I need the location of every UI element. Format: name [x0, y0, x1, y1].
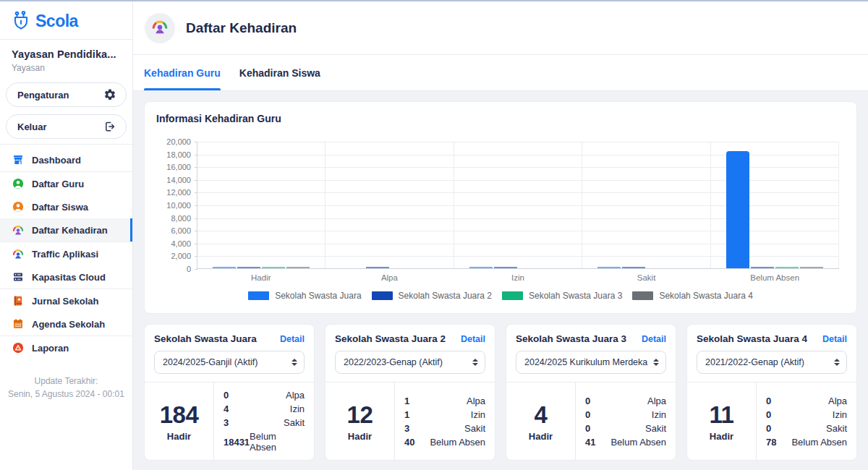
period-select[interactable]: 2024/2025 Kurikulum Merdeka (	[516, 351, 666, 374]
updown-arrows-icon	[834, 359, 840, 366]
period-select[interactable]: 2022/2023-Genap (Aktif)	[335, 351, 485, 374]
school-card-title: Sekolah Swasta Juara 2	[335, 333, 446, 344]
chart-area: HadirAlpaIzinSakitBelum Absen Sekolah Sw…	[156, 129, 845, 302]
legend-item: Sekolah Swasta Juara 2	[372, 291, 492, 301]
app-window: Scola Yayasan Pendidika... Yayasan Penga…	[0, 0, 868, 470]
settings-button[interactable]: Pengaturan	[6, 82, 127, 107]
chart-y-tick-label: 2,000	[156, 252, 191, 260]
sidebar-item-traffic-aplikasi[interactable]: Traffic Aplikasi	[0, 242, 132, 265]
tab-kehadiran-siswa[interactable]: Kehadiran Siswa	[239, 55, 320, 90]
tab-bar: Kehadiran Guru Kehadiran Siswa	[133, 55, 868, 91]
sidebar-item-daftar-kehadiran[interactable]: Daftar Kehadiran	[0, 218, 132, 242]
detail-link[interactable]: Detail	[280, 334, 305, 344]
hadir-count: 4	[535, 401, 548, 429]
chart-y-tick-label: 12,000	[156, 188, 191, 197]
chart-x-label: Sakit	[582, 273, 711, 282]
sidebar-item-daftar-siswa[interactable]: Daftar Siswa	[0, 195, 132, 218]
chart-y-tick-label: 18,000	[156, 150, 191, 159]
period-select[interactable]: 2024/2025-Ganjil (Aktif)	[154, 351, 305, 374]
student-icon	[12, 200, 25, 213]
school-card-title: Sekolah Swasta Juara 4	[697, 333, 807, 344]
scola-logo-icon	[12, 11, 30, 31]
chart-bar-group-alpa	[326, 142, 454, 268]
chart-bar[interactable]	[469, 267, 493, 268]
legend-label: Sekolah Swasta Juara 3	[529, 291, 622, 301]
scola-logo: Scola	[12, 11, 121, 31]
chart-y-tick-label: 14,000	[156, 176, 191, 184]
school-card-3: Sekolah Swasta Juara 3 Detail 2024/2025 …	[506, 324, 676, 461]
chart-bar[interactable]	[286, 267, 310, 268]
stat-row-sakit: 0Sakit	[766, 423, 847, 434]
attendance-icon	[12, 223, 25, 236]
org-name: Yayasan Pendidika...	[12, 48, 121, 60]
chart-bar[interactable]	[262, 267, 285, 268]
period-select[interactable]: 2021/2022-Genap (Aktif)	[697, 351, 847, 374]
attendance-icon	[150, 17, 169, 39]
logout-icon	[103, 120, 116, 133]
sidebar-item-daftar-guru[interactable]: Daftar Guru	[0, 172, 132, 195]
stat-row-alpa: 1Alpa	[404, 396, 485, 406]
legend-swatch-icon	[632, 291, 653, 300]
tab-kehadiran-guru[interactable]: Kehadiran Guru	[144, 55, 221, 90]
updown-arrows-icon	[653, 359, 659, 366]
school-card-title: Sekolah Swasta Juara 3	[516, 333, 626, 344]
legend-swatch-icon	[502, 291, 523, 300]
sidebar-item-dashboard[interactable]: Dashboard	[0, 148, 132, 171]
stat-row-sakit: 3Sakit	[224, 417, 305, 428]
sidebar-item-laporan[interactable]: Laporan	[0, 336, 132, 359]
chart-bar[interactable]	[494, 267, 517, 268]
chart-y-tick	[195, 269, 197, 270]
stat-row-alpa: 0Alpa	[224, 390, 305, 401]
hadir-label: Hadir	[710, 431, 733, 442]
sidebar-item-kapasitas-cloud[interactable]: Kapasitas Cloud	[0, 265, 132, 289]
chart-bar[interactable]	[800, 267, 823, 268]
stat-row-belum-absen: 18431Belum Absen	[224, 431, 305, 453]
page-header: Daftar Kehadiran	[133, 1, 868, 55]
stat-row-alpa: 0Alpa	[585, 396, 666, 406]
logout-button[interactable]: Keluar	[6, 114, 127, 139]
school-card-4: Sekolah Swasta Juara 4 Detail 2021/2022-…	[686, 324, 857, 461]
report-warning-icon	[12, 341, 25, 354]
cloud-capacity-icon	[12, 270, 25, 283]
legend-label: Sekolah Swasta Juara 4	[659, 291, 752, 301]
hadir-count: 12	[347, 401, 373, 429]
chart-bar[interactable]	[751, 267, 774, 268]
detail-link[interactable]: Detail	[461, 334, 485, 344]
chart-bar[interactable]	[366, 267, 389, 268]
hadir-count: 184	[160, 401, 199, 429]
chart-bar-group-sakit	[582, 142, 710, 268]
chart-bar-group-hadir	[197, 142, 326, 268]
page-avatar	[145, 13, 175, 43]
legend-label: Sekolah Swasta Juara	[275, 291, 361, 301]
last-update-label: Update Terakhir:	[7, 375, 125, 388]
updown-arrows-icon	[292, 359, 297, 366]
chart-title: Informasi Kehadiran Guru	[156, 113, 845, 124]
chart-x-label: Hadir	[197, 273, 326, 282]
chart-bar[interactable]	[726, 151, 749, 268]
teacher-icon	[12, 177, 25, 190]
sidebar-item-agenda-sekolah[interactable]: Agenda Sekolah	[0, 312, 132, 336]
stat-row-izin: 1Izin	[404, 409, 485, 420]
hadir-label: Hadir	[167, 431, 191, 442]
stat-row-alpa: 0Alpa	[766, 396, 847, 406]
legend-label: Sekolah Swasta Juara 2	[399, 291, 492, 301]
journal-icon	[12, 294, 25, 307]
stat-row-belum-absen: 41Belum Absen	[585, 437, 666, 448]
last-update: Update Terakhir: Senin, 5 Agustus 2024 -…	[0, 363, 132, 412]
detail-link[interactable]: Detail	[642, 334, 666, 344]
hadir-count: 11	[710, 401, 734, 429]
chart-bar[interactable]	[597, 267, 621, 268]
traffic-icon	[12, 247, 25, 260]
chart-bar[interactable]	[622, 267, 645, 268]
storefront-icon	[12, 153, 25, 166]
legend-swatch-icon	[372, 291, 393, 300]
chart-y-tick-label: 4,000	[156, 239, 191, 248]
updown-arrows-icon	[472, 359, 478, 366]
sidebar-item-jurnal-sekolah[interactable]: Jurnal Sekolah	[0, 289, 132, 312]
chart-bar[interactable]	[213, 267, 236, 268]
chart-bar[interactable]	[775, 267, 799, 268]
chart-bar[interactable]	[237, 267, 260, 268]
chart-bar-group-izin	[454, 142, 582, 268]
org-type: Yayasan	[12, 63, 121, 73]
detail-link[interactable]: Detail	[822, 334, 847, 344]
